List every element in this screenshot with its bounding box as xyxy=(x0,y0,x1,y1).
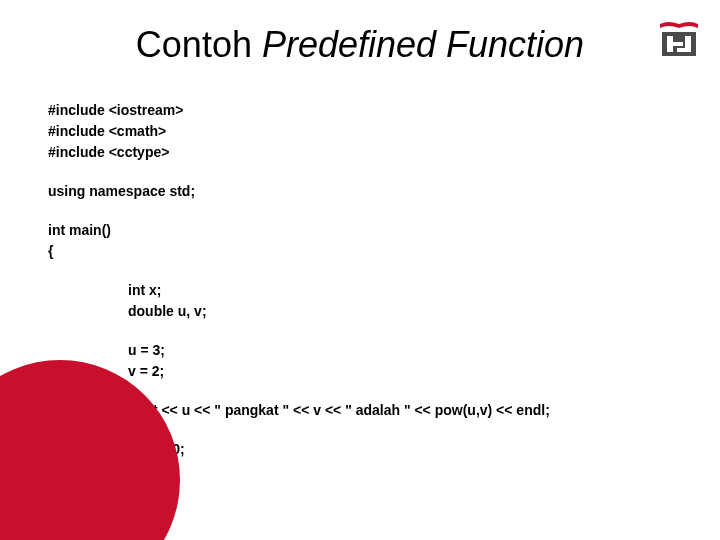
code-line: #include <iostream> xyxy=(48,100,550,121)
brand-logo xyxy=(656,18,702,62)
code-line: using namespace std; xyxy=(48,181,550,202)
code-line: #include <cmath> xyxy=(48,121,550,142)
code-line: u = 3; xyxy=(128,340,550,361)
title-part-1: Contoh xyxy=(136,24,262,65)
code-line: #include <cctype> xyxy=(48,142,550,163)
code-line: return 0; xyxy=(128,439,550,460)
code-line: { xyxy=(48,241,550,262)
svg-rect-4 xyxy=(677,48,691,52)
code-line: int x; xyxy=(128,280,550,301)
slide-title: Contoh Predefined Function xyxy=(0,24,720,66)
code-line: cout << u << " pangkat " << v << " adala… xyxy=(128,400,550,421)
svg-rect-2 xyxy=(667,42,683,46)
title-part-2: Predefined Function xyxy=(262,24,584,65)
code-line: int main() xyxy=(48,220,550,241)
code-line: v = 2; xyxy=(128,361,550,382)
code-line: double u, v; xyxy=(128,301,550,322)
